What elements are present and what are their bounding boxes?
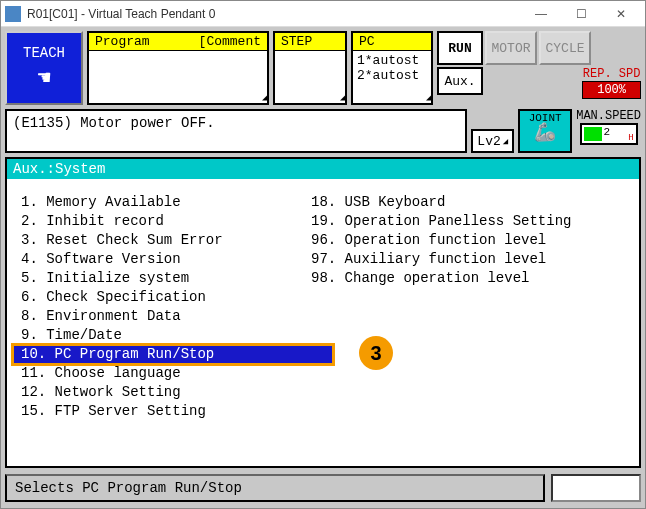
menu-item[interactable]: 97. Auxiliary function level <box>309 250 573 269</box>
man-speed-label: MAN.SPEED <box>576 109 641 123</box>
menu-item[interactable]: 5. Initialize system <box>19 269 309 288</box>
menu-column-1: 1. Memory Available2. Inhibit record3. R… <box>19 193 309 421</box>
motor-button[interactable]: MOTOR <box>485 31 537 65</box>
man-speed-value: 2 <box>604 126 611 138</box>
resize-handle-icon: ◢ <box>262 94 266 102</box>
menu-item[interactable]: 11. Choose language <box>19 364 309 383</box>
menu-item[interactable]: 10. PC Program Run/Stop <box>13 345 333 364</box>
app-icon <box>5 6 21 22</box>
titlebar: R01[C01] - Virtual Teach Pendant 0 — ☐ ✕ <box>1 1 645 27</box>
cycle-button[interactable]: CYCLE <box>539 31 591 65</box>
menu-item[interactable]: 19. Operation Panelless Setting <box>309 212 573 231</box>
pc-line-1: 1*autost <box>357 53 427 68</box>
status-message: (E1135) Motor power OFF. <box>13 115 215 131</box>
level-button[interactable]: Lv2◢ <box>471 129 514 153</box>
menu-item[interactable]: 15. FTP Server Setting <box>19 402 309 421</box>
step-header: STEP <box>281 34 312 49</box>
menu-item[interactable]: 18. USB Keyboard <box>309 193 573 212</box>
app-window: R01[C01] - Virtual Teach Pendant 0 — ☐ ✕… <box>0 0 646 509</box>
window-title: R01[C01] - Virtual Teach Pendant 0 <box>27 7 521 21</box>
teach-button[interactable]: TEACH ☚ <box>5 31 83 105</box>
man-speed-bar[interactable]: 2 H <box>580 123 638 145</box>
run-button[interactable]: RUN <box>437 31 483 65</box>
main-header: Aux.:System <box>7 159 639 179</box>
man-speed-h: H <box>628 133 633 143</box>
joint-button[interactable]: JOINT 🦾 <box>518 109 572 153</box>
menu-column-2: 18. USB Keyboard19. Operation Panelless … <box>309 193 573 421</box>
menu-area: 1. Memory Available2. Inhibit record3. R… <box>7 179 639 466</box>
pc-header: PC <box>359 34 375 49</box>
maximize-button[interactable]: ☐ <box>561 2 601 26</box>
annotation-badge: 3 <box>359 336 393 370</box>
teach-label: TEACH <box>23 45 65 61</box>
resize-handle-icon: ◢ <box>503 136 508 147</box>
menu-item[interactable]: 8. Environment Data <box>19 307 309 326</box>
program-panel[interactable]: Program [Comment ◢ <box>87 31 269 105</box>
menu-item[interactable]: 9. Time/Date <box>19 326 309 345</box>
menu-item[interactable]: 3. Reset Check Sum Error <box>19 231 309 250</box>
robot-arm-icon: 🦾 <box>534 124 556 142</box>
step-panel[interactable]: STEP ◢ <box>273 31 347 105</box>
pc-panel[interactable]: PC 1*autost 2*autost ◢ <box>351 31 433 105</box>
aux-button[interactable]: Aux. <box>437 67 483 95</box>
rep-speed-label: REP. SPD <box>583 67 641 81</box>
menu-item[interactable]: 96. Operation function level <box>309 231 573 250</box>
resize-handle-icon: ◢ <box>426 94 430 102</box>
menu-item[interactable]: 98. Change operation level <box>309 269 573 288</box>
pendant-body: TEACH ☚ Program [Comment ◢ STEP ◢ PC <box>1 27 645 508</box>
menu-item[interactable]: 1. Memory Available <box>19 193 309 212</box>
man-speed-fill <box>584 127 602 141</box>
rep-speed: REP. SPD 100% <box>582 67 641 99</box>
hand-icon: ☚ <box>37 65 50 92</box>
close-button[interactable]: ✕ <box>601 2 641 26</box>
hint-bar: Selects PC Program Run/Stop <box>5 474 545 502</box>
program-header-left: Program <box>95 34 150 49</box>
main-panel: Aux.:System 1. Memory Available2. Inhibi… <box>5 157 641 468</box>
menu-item[interactable]: 2. Inhibit record <box>19 212 309 231</box>
pc-line-2: 2*autost <box>357 68 427 83</box>
minimize-button[interactable]: — <box>521 2 561 26</box>
program-header-right: [Comment <box>199 34 261 49</box>
man-speed[interactable]: MAN.SPEED 2 H <box>576 109 641 153</box>
rep-speed-value[interactable]: 100% <box>582 81 641 99</box>
menu-item[interactable]: 12. Network Setting <box>19 383 309 402</box>
message-box: (E1135) Motor power OFF. <box>5 109 467 153</box>
resize-handle-icon: ◢ <box>340 94 344 102</box>
input-box[interactable] <box>551 474 641 502</box>
menu-item[interactable]: 6. Check Specification <box>19 288 309 307</box>
menu-item[interactable]: 4. Software Version <box>19 250 309 269</box>
